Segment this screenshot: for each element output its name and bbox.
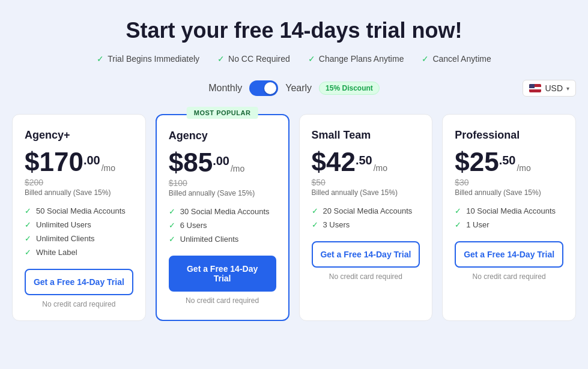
price-original: $200 bbox=[25, 178, 133, 187]
trial-button[interactable]: Get a Free 14-Day Trial bbox=[25, 269, 133, 295]
features-row: ✓ Trial Begins Immediately ✓ No CC Requi… bbox=[12, 54, 576, 64]
plans-grid: Agency+ $170 .00 /mo $200 Billed annuall… bbox=[12, 114, 576, 321]
price-main: $42 bbox=[312, 149, 356, 175]
feature-text: Unlimited Clients bbox=[36, 234, 95, 243]
feature-text: 3 Users bbox=[323, 220, 350, 229]
check-icon: ✓ bbox=[312, 220, 318, 229]
trial-button[interactable]: Get a Free 14-Day Trial bbox=[312, 241, 420, 268]
plan-card-small-team: Small Team $42 .50 /mo $50 Billed annual… bbox=[299, 114, 433, 321]
plan-name: Professional bbox=[455, 129, 563, 142]
billed-note: Billed annually (Save 15%) bbox=[169, 189, 276, 197]
feature-item: ✓ Unlimited Clients bbox=[25, 234, 133, 243]
price-period: /mo bbox=[102, 163, 115, 173]
pricing-page: Start your free 14-days trial now! ✓ Tri… bbox=[12, 18, 576, 321]
price-main: $170 bbox=[25, 149, 83, 175]
feature-text: 1 User bbox=[466, 220, 489, 229]
price-original: $50 bbox=[312, 178, 420, 187]
feature-nocc: ✓ No CC Required bbox=[217, 54, 290, 64]
price-period: /mo bbox=[231, 164, 244, 173]
price-row: $85 .00 /mo bbox=[169, 149, 276, 176]
billing-toggle-row: Monthly Yearly 15% Discount USD ▾ bbox=[12, 80, 576, 96]
no-cc-text: No credit card required bbox=[25, 300, 133, 308]
price-main: $85 bbox=[169, 149, 213, 176]
page-title: Start your free 14-days trial now! bbox=[12, 18, 576, 43]
feature-cancel: ✓ Cancel Anytime bbox=[422, 54, 491, 64]
flag-icon bbox=[529, 84, 541, 92]
feature-text: 20 Social Media Accounts bbox=[323, 206, 413, 215]
price-row: $25 .50 /mo bbox=[455, 149, 563, 175]
feature-item: ✓ Unlimited Users bbox=[25, 220, 133, 229]
feature-item: ✓ White Label bbox=[25, 248, 133, 257]
no-cc-text: No credit card required bbox=[169, 296, 276, 305]
check-icon-nocc: ✓ bbox=[217, 54, 225, 64]
check-icon: ✓ bbox=[169, 221, 175, 230]
feature-text: 50 Social Media Accounts bbox=[36, 206, 126, 215]
check-icon-change: ✓ bbox=[308, 54, 315, 64]
billed-note: Billed annually (Save 15%) bbox=[455, 188, 563, 197]
feature-item: ✓ 20 Social Media Accounts bbox=[312, 206, 420, 215]
feature-cancel-label: Cancel Anytime bbox=[432, 54, 491, 64]
feature-text: Unlimited Clients bbox=[180, 235, 239, 244]
trial-button[interactable]: Get a Free 14-Day Trial bbox=[169, 256, 276, 292]
check-icon-trial: ✓ bbox=[97, 54, 104, 64]
price-cents: .00 bbox=[83, 154, 100, 167]
currency-selector[interactable]: USD ▾ bbox=[523, 80, 576, 97]
feature-text: 6 Users bbox=[180, 221, 207, 230]
monthly-label: Monthly bbox=[208, 83, 242, 94]
feature-nocc-label: No CC Required bbox=[228, 54, 290, 64]
plan-name: Small Team bbox=[312, 129, 420, 142]
price-row: $170 .00 /mo bbox=[25, 149, 133, 175]
check-icon: ✓ bbox=[312, 206, 318, 215]
most-popular-badge: MOST POPULAR bbox=[187, 107, 258, 119]
plan-name: Agency bbox=[169, 130, 276, 142]
feature-trial-label: Trial Begins Immediately bbox=[108, 54, 199, 64]
feature-item: ✓ 6 Users bbox=[169, 221, 276, 230]
price-period: /mo bbox=[374, 163, 387, 173]
currency-label: USD bbox=[545, 83, 563, 93]
plan-card-agency-plus: Agency+ $170 .00 /mo $200 Billed annuall… bbox=[12, 114, 146, 321]
plan-card-professional: Professional $25 .50 /mo $30 Billed annu… bbox=[442, 114, 576, 321]
check-icon: ✓ bbox=[25, 220, 31, 229]
feature-item: ✓ Unlimited Clients bbox=[169, 235, 276, 244]
feature-change: ✓ Change Plans Anytime bbox=[308, 54, 404, 64]
plan-name: Agency+ bbox=[25, 129, 133, 142]
trial-button[interactable]: Get a Free 14-Day Trial bbox=[455, 241, 563, 268]
feature-change-label: Change Plans Anytime bbox=[319, 54, 404, 64]
feature-item: ✓ 1 User bbox=[455, 220, 563, 229]
check-icon: ✓ bbox=[455, 206, 461, 215]
features-list: ✓ 30 Social Media Accounts ✓ 6 Users ✓ U… bbox=[169, 207, 276, 244]
discount-badge: 15% Discount bbox=[319, 82, 380, 95]
billed-note: Billed annually (Save 15%) bbox=[25, 188, 133, 197]
features-list: ✓ 20 Social Media Accounts ✓ 3 Users bbox=[312, 206, 420, 229]
no-cc-text: No credit card required bbox=[455, 272, 563, 281]
check-icon: ✓ bbox=[25, 234, 31, 243]
feature-item: ✓ 10 Social Media Accounts bbox=[455, 206, 563, 215]
yearly-label: Yearly bbox=[285, 83, 312, 94]
check-icon-cancel: ✓ bbox=[422, 54, 429, 64]
feature-text: 10 Social Media Accounts bbox=[466, 206, 556, 215]
feature-item: ✓ 3 Users bbox=[312, 220, 420, 229]
feature-text: White Label bbox=[36, 248, 77, 257]
features-list: ✓ 10 Social Media Accounts ✓ 1 User bbox=[455, 206, 563, 229]
check-icon: ✓ bbox=[169, 235, 175, 244]
feature-text: 30 Social Media Accounts bbox=[180, 207, 270, 216]
check-icon: ✓ bbox=[169, 207, 175, 216]
plan-card-agency: MOST POPULAR Agency $85 .00 /mo $100 Bil… bbox=[156, 114, 289, 321]
chevron-down-icon: ▾ bbox=[566, 85, 569, 92]
toggle-knob bbox=[264, 82, 276, 94]
feature-item: ✓ 50 Social Media Accounts bbox=[25, 206, 133, 215]
price-original: $100 bbox=[169, 178, 276, 188]
price-period: /mo bbox=[517, 163, 530, 173]
feature-trial: ✓ Trial Begins Immediately bbox=[97, 54, 199, 64]
billing-toggle[interactable] bbox=[249, 80, 278, 96]
feature-text: Unlimited Users bbox=[36, 220, 91, 229]
price-cents: .50 bbox=[499, 154, 516, 167]
price-main: $25 bbox=[455, 149, 499, 175]
feature-item: ✓ 30 Social Media Accounts bbox=[169, 207, 276, 216]
price-cents: .00 bbox=[213, 154, 229, 168]
check-icon: ✓ bbox=[455, 220, 461, 229]
price-original: $30 bbox=[455, 178, 563, 187]
price-row: $42 .50 /mo bbox=[312, 149, 420, 175]
check-icon: ✓ bbox=[25, 206, 31, 215]
billed-note: Billed annually (Save 15%) bbox=[312, 188, 420, 197]
